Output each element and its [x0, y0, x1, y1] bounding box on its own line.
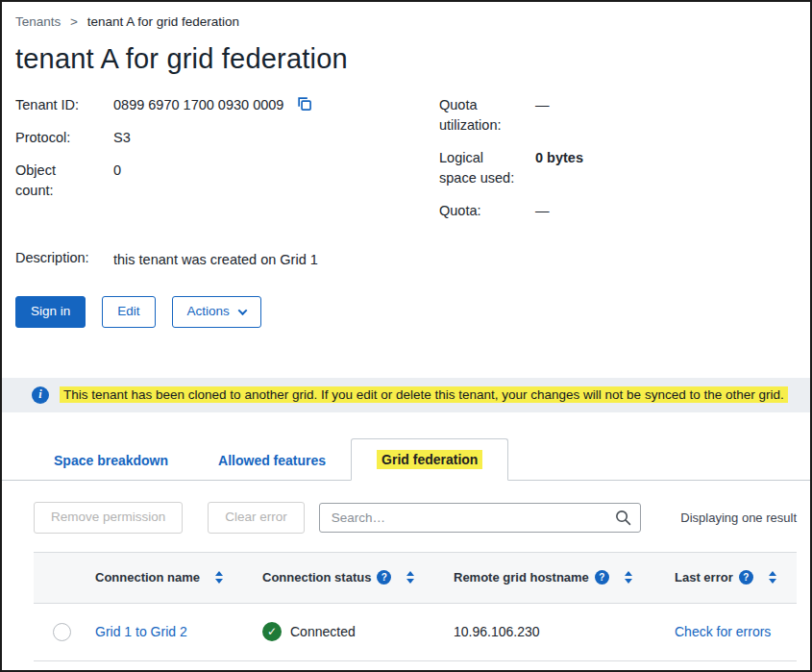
quota-utilization-value: — [535, 95, 795, 136]
page-title: tenant A for grid federation [2, 29, 810, 75]
remove-permission-button[interactable]: Remove permission [34, 502, 183, 534]
table-row: Grid 1 to Grid 2 ✓ Connected 10.96.106.2… [34, 604, 797, 661]
column-header-connection-status[interactable]: Connection status [262, 570, 371, 585]
connection-name-link[interactable]: Grid 1 to Grid 2 [95, 624, 187, 639]
tenant-id-label: Tenant ID: [15, 95, 96, 115]
tab-grid-federation[interactable]: Grid federation [351, 438, 508, 481]
column-header-connection-name[interactable]: Connection name [95, 570, 200, 585]
actions-button-label: Actions [187, 305, 230, 319]
table-toolbar: Remove permission Clear error Displaying… [34, 502, 797, 534]
row-radio-button[interactable] [53, 623, 71, 641]
logical-space-used-value: 0 bytes [535, 148, 795, 188]
sort-icon-connection-name[interactable] [215, 571, 223, 584]
info-banner: i This tenant has been cloned to another… [2, 378, 810, 412]
search-icon[interactable] [614, 509, 632, 527]
quota-value: — [535, 201, 795, 221]
logical-space-used-label: Logical space used: [439, 148, 520, 188]
sort-icon-remote-grid-hostname[interactable] [625, 571, 632, 584]
info-icon: i [32, 386, 49, 404]
breadcrumb-current: tenant A for grid federation [87, 14, 239, 29]
edit-button[interactable]: Edit [102, 296, 155, 328]
quota-label: Quota: [439, 201, 520, 221]
search-input[interactable] [319, 503, 641, 533]
connection-status-text: Connected [290, 624, 356, 639]
result-count: Displaying one result [680, 510, 797, 525]
breadcrumb-tenants-link[interactable]: Tenants [15, 14, 61, 29]
help-icon-connection-status[interactable]: ? [377, 570, 391, 585]
tenant-details: Tenant ID: 0899 6970 1700 0930 0009 Prot… [2, 75, 810, 221]
sign-in-button[interactable]: Sign in [15, 296, 86, 328]
sort-icon-connection-status[interactable] [406, 571, 414, 584]
object-count-value: 0 [113, 161, 439, 201]
help-icon-remote-grid-hostname[interactable]: ? [595, 570, 609, 585]
tenant-details-page: Tenants > tenant A for grid federation t… [0, 0, 812, 672]
tab-allowed-features[interactable]: Allowed features [193, 440, 351, 481]
breadcrumb-separator: > [70, 14, 78, 29]
action-buttons: Sign in Edit Actions [2, 270, 810, 328]
protocol-value: S3 [113, 128, 439, 148]
remote-grid-hostname-text: 10.96.106.230 [454, 624, 540, 639]
details-right-column: Quota utilization: — Logical space used:… [439, 95, 795, 221]
chevron-down-icon [237, 306, 247, 315]
protocol-label: Protocol: [15, 128, 96, 148]
connected-check-icon: ✓ [262, 622, 282, 641]
check-for-errors-link[interactable]: Check for errors [675, 624, 771, 639]
column-header-remote-grid-hostname[interactable]: Remote grid hostname [454, 570, 589, 585]
clear-error-button[interactable]: Clear error [208, 502, 305, 534]
description-row: Description: this tenant was created on … [2, 221, 810, 270]
table-header: Connection name Connection status ? Remo… [34, 552, 797, 604]
tab-grid-federation-label: Grid federation [377, 450, 482, 469]
quota-utilization-label: Quota utilization: [439, 95, 520, 136]
copy-icon[interactable] [296, 95, 313, 112]
description-label: Description: [15, 248, 96, 270]
breadcrumb: Tenants > tenant A for grid federation [2, 2, 810, 29]
description-value: this tenant was created on Grid 1 [113, 248, 795, 270]
banner-text: This tenant has been cloned to another g… [60, 386, 788, 403]
grid-federation-panel: Remove permission Clear error Displaying… [2, 481, 810, 661]
object-count-label: Object count: [15, 161, 96, 201]
search-box [319, 503, 641, 533]
tenant-id-value: 0899 6970 1700 0930 0009 [113, 95, 283, 115]
actions-button[interactable]: Actions [172, 296, 261, 328]
help-icon-last-error[interactable]: ? [739, 570, 753, 585]
details-left-column: Tenant ID: 0899 6970 1700 0930 0009 Prot… [15, 95, 439, 221]
tab-bar: Space breakdown Allowed features Grid fe… [2, 438, 810, 481]
tab-space-breakdown[interactable]: Space breakdown [29, 440, 193, 481]
sort-icon-last-error[interactable] [769, 571, 776, 584]
column-header-last-error[interactable]: Last error [675, 570, 733, 585]
connections-table: Connection name Connection status ? Remo… [34, 552, 797, 661]
